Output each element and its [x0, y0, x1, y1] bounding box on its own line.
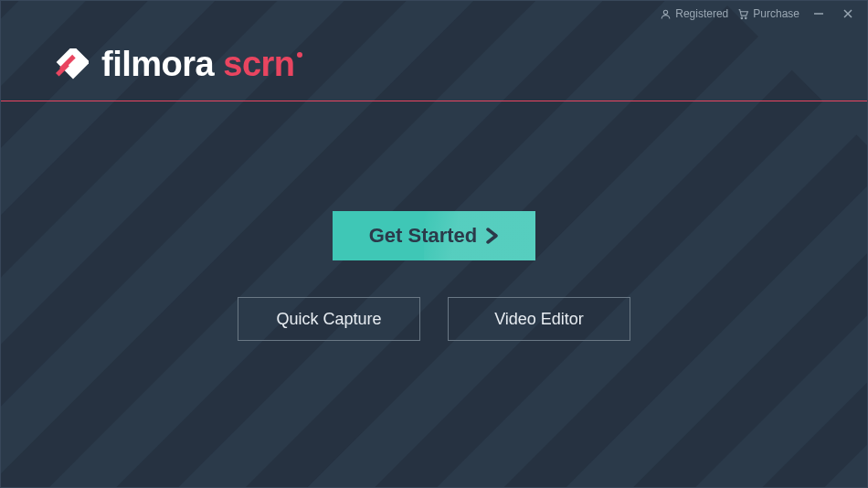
- brand-main: filmora: [101, 45, 214, 83]
- svg-point-2: [746, 17, 747, 19]
- get-started-label: Get Started: [369, 224, 478, 248]
- purchase-button[interactable]: Purchase: [737, 7, 799, 20]
- minimize-button[interactable]: [809, 4, 829, 24]
- brand-sub: scrn: [223, 45, 294, 83]
- secondary-actions: Quick Capture Video Editor: [238, 297, 630, 341]
- registered-button[interactable]: Registered: [660, 7, 728, 20]
- brand-text: filmora scrn: [101, 45, 302, 84]
- quick-capture-button[interactable]: Quick Capture: [238, 297, 420, 341]
- main-content: Get Started Quick Capture Video Editor: [1, 101, 867, 341]
- titlebar: Registered Purchase: [1, 1, 867, 27]
- svg-rect-6: [57, 48, 89, 79]
- chevron-right-icon: [486, 228, 499, 244]
- get-started-button[interactable]: Get Started: [333, 211, 536, 260]
- user-icon: [660, 8, 672, 20]
- video-editor-label: Video Editor: [494, 310, 584, 328]
- svg-point-0: [664, 10, 668, 14]
- registered-label: Registered: [675, 7, 728, 20]
- video-editor-button[interactable]: Video Editor: [448, 297, 630, 341]
- brand-dot-icon: [297, 52, 302, 58]
- quick-capture-label: Quick Capture: [276, 310, 381, 328]
- svg-point-1: [741, 17, 743, 19]
- close-button[interactable]: [838, 4, 858, 24]
- cart-icon: [737, 8, 749, 20]
- purchase-label: Purchase: [753, 7, 799, 20]
- logo-icon: [56, 48, 89, 81]
- header: filmora scrn: [1, 27, 867, 101]
